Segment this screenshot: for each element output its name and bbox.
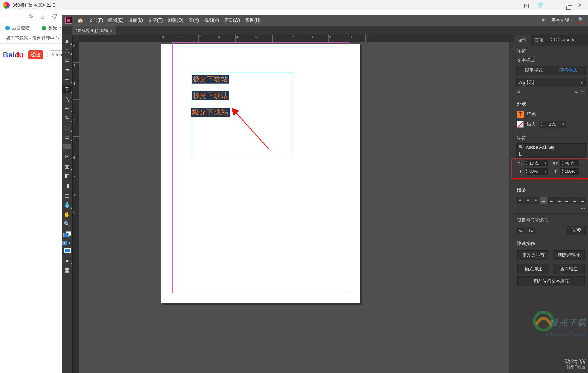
options-button[interactable]: 选项 — [567, 226, 586, 235]
document-tab[interactable]: *未命名-4 @ 80% × — [72, 26, 116, 35]
align-right[interactable]: ≡ — [532, 197, 539, 204]
format-text-icon[interactable]: T — [68, 241, 72, 245]
tool-eyedropper[interactable]: 💧 — [62, 200, 72, 209]
tool-scissors[interactable]: ✂ — [62, 152, 72, 161]
tool-screen-mode[interactable]: ▣ — [62, 256, 72, 265]
tool-selection[interactable]: ▲ — [62, 36, 72, 45]
text-line-3[interactable]: 极光下载站 — [191, 108, 230, 117]
tool-grid[interactable] — [62, 142, 72, 151]
tab-properties[interactable]: 属性 — [514, 35, 530, 46]
tool-zoom[interactable]: 🔍 — [62, 219, 72, 228]
font-style-select[interactable]: L — [516, 151, 586, 158]
tab-cc-libraries[interactable]: CC Libraries — [547, 35, 579, 46]
char-style-select[interactable]: Aa̲ [无] ▸ — [516, 78, 586, 87]
tool-direct-select[interactable]: △ — [62, 46, 72, 55]
leading-input[interactable] — [564, 161, 579, 166]
stroke-swatch[interactable] — [517, 121, 524, 128]
horizontal-ruler[interactable]: 0 1 2 3 4 5 6 7 8 9 10 11 — [79, 35, 514, 42]
format-container-icon[interactable]: T — [62, 241, 67, 245]
home-icon[interactable]: 🏠 — [77, 17, 84, 23]
tool-hand[interactable]: ✋ — [62, 210, 72, 219]
tool-gradient-swatch[interactable]: ◧ — [62, 171, 72, 180]
align-justify-center[interactable]: ≣ — [555, 197, 562, 204]
tool-free-transform[interactable]: ▦ — [62, 162, 72, 171]
browser-tab-active[interactable]: 极光下载站 - 后台管理中心 — [0, 33, 59, 43]
btn-new-hyperlink[interactable]: 新建超链接 — [553, 250, 585, 260]
align-justify[interactable]: ≣ — [540, 197, 547, 204]
tool-apply-color[interactable] — [62, 246, 72, 255]
menu-help[interactable]: 帮助(H) — [245, 17, 261, 23]
collapse-icon[interactable]: ⇲ — [574, 89, 578, 95]
menu-window[interactable]: 窗口(W) — [224, 17, 240, 23]
btn-change-case[interactable]: 更改大小写 — [517, 250, 549, 260]
document-tab-close[interactable]: × — [110, 29, 112, 33]
tool-rectangle-frame[interactable]: ▢ — [62, 123, 72, 132]
tab-para-style[interactable]: 段落样式 — [517, 66, 551, 75]
stroke-weight-stepper[interactable]: ▴▾ ▾ — [539, 121, 566, 128]
font-family-select[interactable]: 🔍 — [516, 143, 586, 151]
text-line-2[interactable]: 极光下载站 — [192, 91, 229, 100]
btn-insert-footnote[interactable]: 插入脚注 — [517, 264, 549, 274]
tool-content-collector[interactable]: ▤ — [62, 75, 72, 84]
nav-reload-icon[interactable]: ⟳ — [27, 13, 35, 20]
tool-page[interactable]: ▭ — [62, 56, 72, 65]
menu-layout[interactable]: 版面(L) — [128, 17, 143, 23]
menu-table[interactable]: 表(A) — [189, 17, 199, 23]
tool-note[interactable]: ▤ — [62, 191, 72, 199]
tool-line[interactable]: ╲ — [62, 94, 72, 103]
vscale-input[interactable] — [529, 169, 543, 174]
hscale-input[interactable] — [564, 169, 579, 174]
menu-view[interactable]: 视图(V) — [204, 17, 219, 23]
tab-char-style[interactable]: 字符样式 — [551, 66, 586, 75]
menu-edit[interactable]: 编辑(E) — [108, 17, 123, 23]
font-size-stepper[interactable]: ▴▾ ▾ — [525, 160, 548, 166]
tool-fill-stroke[interactable] — [63, 231, 71, 238]
tool-pencil[interactable]: ✎ — [62, 113, 72, 122]
menu-object[interactable]: 对象(O) — [168, 17, 183, 23]
browser-tab-0[interactable]: 后台登陆 - — [1, 23, 36, 33]
document-canvas[interactable]: 极光下载站 极光下载站 极光下载站 — [79, 42, 509, 373]
nav-back-icon[interactable]: ← — [3, 13, 11, 20]
text-line-1[interactable]: 极光下载站 — [192, 75, 229, 83]
menu-type[interactable]: 文字(T) — [148, 17, 163, 23]
panel-menu-icon[interactable]: ⋯ — [581, 206, 585, 211]
shirt-icon[interactable]: 👕 — [535, 2, 545, 8]
align-left[interactable]: ≡ — [516, 197, 523, 204]
nav-forward-icon[interactable]: → — [15, 13, 23, 20]
tool-type[interactable]: T — [62, 85, 72, 93]
align-toward-spine[interactable]: ≣ — [571, 197, 578, 204]
tab-pages[interactable]: 页面 — [530, 35, 547, 46]
window-minimize[interactable] — [548, 2, 558, 8]
unknown-badge[interactable]: 5 — [521, 2, 532, 8]
number-list-icon[interactable]: 1≡ — [527, 227, 535, 234]
align-justify-right[interactable]: ≣ — [563, 197, 570, 204]
share-icon[interactable]: ⇪ — [541, 17, 545, 23]
window-close[interactable]: ✕ — [575, 2, 585, 8]
fill-swatch[interactable] — [517, 111, 524, 118]
align-away-spine[interactable]: ≣ — [579, 197, 586, 204]
tool-pen[interactable]: ✒ — [62, 104, 72, 113]
tool-gap[interactable]: ⇔ — [62, 65, 72, 74]
panel-menu-icon[interactable]: ☰ — [581, 89, 585, 95]
align-justify-left[interactable]: ≣ — [548, 197, 555, 204]
text-frame[interactable]: 极光下载站 极光下载站 极光下载站 — [192, 72, 293, 158]
vertical-scrollbar[interactable] — [509, 42, 514, 373]
shield-icon[interactable]: 🛡 — [50, 13, 59, 20]
hscale-stepper[interactable]: ▴▾ — [560, 168, 579, 175]
search-icon[interactable]: 🔍 — [577, 16, 585, 24]
vertical-ruler[interactable]: 0 1 2 3 4 5 6 7 8 9 — [73, 42, 79, 373]
font-size-input[interactable] — [529, 161, 543, 166]
btn-insert-endnote[interactable]: 插入尾注 — [553, 264, 585, 274]
align-center[interactable]: ≡ — [524, 197, 531, 204]
stroke-weight-input[interactable] — [544, 122, 561, 127]
leading-stepper[interactable]: ▴▾ — [560, 160, 579, 166]
menu-file[interactable]: 文件(F) — [89, 17, 103, 23]
tool-preview-mode[interactable]: ▦ — [62, 265, 72, 274]
font-family-input[interactable] — [525, 145, 584, 150]
tool-gradient-feather[interactable]: ◨ — [62, 181, 72, 190]
bullet-list-icon[interactable]: •≡ — [516, 227, 525, 234]
nav-home-icon[interactable]: ⌂ — [39, 13, 47, 20]
new-style-icon[interactable]: A. — [517, 89, 521, 95]
tool-rectangle[interactable]: ▭ — [62, 133, 72, 142]
panel-menu-icon[interactable]: ⋯ — [581, 175, 585, 181]
